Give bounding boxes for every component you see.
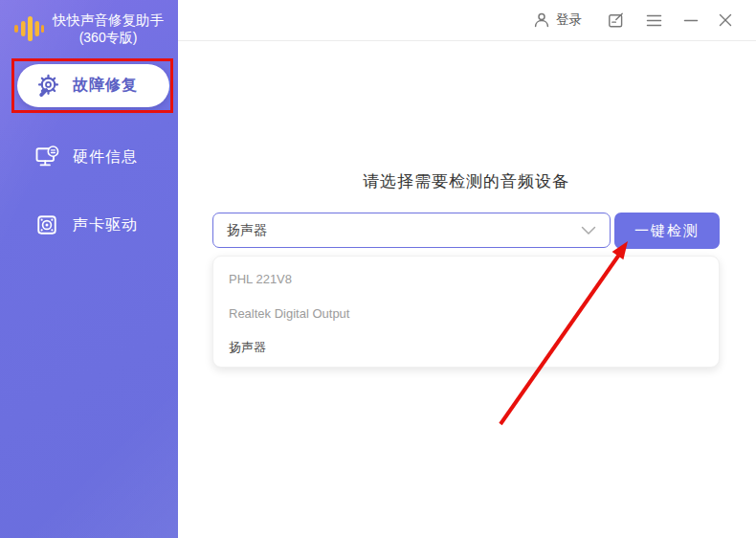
chevron-down-icon	[581, 226, 596, 235]
app-header: 快快声音修复助手 (360专版)	[11, 9, 172, 46]
feedback-icon	[607, 11, 625, 30]
device-option[interactable]: 扬声器	[213, 330, 719, 365]
minimize-button[interactable]	[683, 12, 699, 28]
login-button[interactable]: 登录	[533, 11, 582, 29]
gear-repair-icon	[35, 73, 61, 99]
sidebar-item-sound-card-driver[interactable]: 声卡驱动	[0, 203, 178, 247]
device-select[interactable]: 扬声器	[212, 213, 611, 248]
device-select-row: 扬声器 一键检测	[212, 213, 720, 249]
menu-icon	[646, 13, 662, 28]
sidebar-item-hardware-info[interactable]: 硬件信息	[0, 135, 178, 179]
app-title-line2: (360专版)	[44, 29, 172, 46]
app-title-line1: 快快声音修复助手	[44, 11, 172, 29]
login-label: 登录	[556, 11, 582, 29]
audio-waveform-icon	[11, 12, 44, 45]
minimize-icon	[683, 12, 699, 28]
sound-card-icon	[33, 212, 60, 238]
device-option[interactable]: PHL 221V8	[213, 261, 719, 296]
sidebar: 快快声音修复助手 (360专版) 故障修复	[0, 0, 178, 538]
main-area: 登录 请选择需要检测的音	[178, 0, 756, 538]
device-select-value: 扬声器	[227, 222, 581, 239]
app-title: 快快声音修复助手 (360专版)	[44, 9, 172, 46]
hardware-info-icon	[33, 144, 60, 170]
sidebar-item-fault-repair[interactable]: 故障修复	[17, 64, 169, 107]
menu-button[interactable]	[646, 13, 662, 28]
close-button[interactable]	[718, 12, 733, 28]
feedback-button[interactable]	[607, 11, 625, 30]
device-options-dropdown: PHL 221V8 Realtek Digital Output 扬声器	[212, 256, 720, 368]
sidebar-item-label: 故障修复	[73, 76, 138, 96]
one-click-detect-button[interactable]: 一键检测	[614, 213, 720, 249]
device-option[interactable]: Realtek Digital Output	[213, 296, 719, 330]
topbar: 登录	[178, 0, 756, 41]
user-icon	[533, 11, 550, 29]
close-icon	[718, 12, 733, 28]
sidebar-item-label: 硬件信息	[73, 147, 138, 168]
prompt-text: 请选择需要检测的音频设备	[212, 170, 720, 192]
sidebar-item-label: 声卡驱动	[73, 215, 138, 235]
